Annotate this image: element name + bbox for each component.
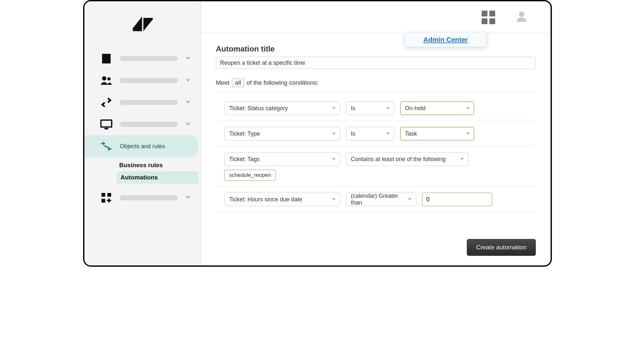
meet-pre: Meet — [216, 79, 229, 86]
condition-row: Ticket: Status category Is On-hold — [216, 96, 536, 121]
meet-all-box[interactable]: all — [232, 79, 244, 87]
section-title: Automation title — [216, 44, 536, 53]
chevron-down-icon — [332, 105, 336, 112]
svg-rect-8 — [101, 199, 105, 203]
condition-value-select[interactable]: On-hold — [400, 101, 474, 115]
sidebar-active-label: Objects and rules — [120, 143, 165, 150]
admin-center-tooltip: Admin Center — [404, 32, 487, 47]
content: Automation title Meet all of the followi… — [201, 34, 551, 232]
main: Admin Center Automation title Meet all o… — [201, 1, 551, 265]
apps-grid-icon[interactable] — [482, 11, 495, 24]
condition-value-input[interactable] — [422, 193, 492, 206]
svg-rect-7 — [107, 193, 111, 197]
chevron-down-icon — [460, 156, 464, 163]
user-avatar-icon[interactable] — [515, 10, 528, 24]
meet-post: of the following conditions: — [246, 79, 318, 86]
arrows-icon — [99, 96, 113, 109]
sidebar-item-transfer[interactable] — [84, 91, 201, 113]
chevron-down-icon — [408, 196, 412, 203]
chevron-down-icon — [185, 77, 191, 84]
sidebar-sub-business-rules[interactable]: Business rules — [84, 159, 201, 171]
svg-marker-1 — [143, 18, 153, 31]
condition-operator-select[interactable]: Is — [346, 101, 394, 115]
condition-field-select[interactable]: Ticket: Tags — [224, 152, 340, 166]
logo — [84, 1, 201, 46]
rules-icon — [99, 140, 113, 153]
automation-title-input[interactable] — [216, 57, 536, 69]
create-automation-button[interactable]: Create automation — [467, 239, 536, 256]
condition-row: Ticket: Type Is Task — [216, 121, 536, 147]
condition-operator-select[interactable]: Is — [346, 127, 394, 140]
chevron-down-icon — [185, 121, 191, 128]
condition-tag-pill[interactable]: schedule_reopen — [224, 170, 276, 181]
placeholder-bar — [120, 100, 178, 105]
zendesk-logo-icon — [132, 15, 153, 32]
sidebar-item-company[interactable] — [84, 48, 201, 70]
condition-operator-select[interactable]: (calendar) Greater than — [346, 193, 416, 206]
monitor-icon — [99, 118, 113, 131]
svg-rect-6 — [101, 193, 105, 197]
sidebar-item-objects-rules[interactable]: Objects and rules — [84, 135, 198, 157]
sidebar-item-people[interactable] — [84, 70, 201, 91]
condition-operator-select[interactable]: Contains at least one of the following — [346, 152, 468, 166]
sidebar-item-desktop[interactable] — [84, 113, 201, 135]
condition-row: Ticket: Hours since due date (calendar) … — [216, 187, 536, 212]
chevron-down-icon — [185, 99, 191, 106]
sidebar-sublist: Business rules Automations — [84, 157, 201, 187]
condition-field-select[interactable]: Ticket: Type — [224, 127, 340, 140]
svg-point-5 — [104, 128, 108, 129]
condition-tag-row: schedule_reopen — [216, 169, 536, 187]
svg-point-3 — [107, 77, 111, 81]
chevron-down-icon — [185, 194, 191, 202]
people-icon — [99, 74, 113, 87]
app-window: Objects and rules Business rules Automat… — [83, 0, 552, 267]
chevron-down-icon — [185, 55, 191, 62]
condition-field-select[interactable]: Ticket: Status category — [224, 101, 340, 115]
chevron-down-icon — [332, 130, 336, 137]
sidebar-sub-automations[interactable]: Automations — [117, 171, 198, 184]
sidebar-item-apps[interactable] — [84, 187, 201, 209]
svg-point-2 — [102, 76, 106, 81]
sidebar: Objects and rules Business rules Automat… — [84, 1, 201, 265]
svg-point-9 — [519, 12, 524, 17]
chevron-down-icon — [466, 130, 470, 137]
svg-rect-4 — [101, 120, 111, 127]
apps-plus-icon — [99, 191, 113, 204]
placeholder-bar — [120, 78, 178, 83]
condition-field-select[interactable]: Ticket: Hours since due date — [224, 193, 340, 206]
conditions-header: Meet all of the following conditions: — [216, 79, 536, 92]
topbar — [201, 1, 551, 34]
chevron-down-icon — [332, 196, 336, 203]
placeholder-bar — [120, 56, 178, 61]
condition-row: Ticket: Tags Contains at least one of th… — [216, 147, 536, 169]
admin-center-link[interactable]: Admin Center — [423, 36, 468, 43]
condition-value-select[interactable]: Task — [400, 127, 474, 140]
placeholder-bar — [120, 195, 178, 200]
chevron-down-icon — [332, 156, 336, 163]
chevron-down-icon — [386, 105, 390, 112]
chevron-down-icon — [466, 105, 470, 112]
sidebar-nav: Objects and rules Business rules Automat… — [84, 46, 201, 209]
chevron-down-icon — [386, 130, 390, 137]
building-icon — [99, 52, 113, 65]
placeholder-bar — [120, 122, 178, 127]
footer: Create automation — [201, 232, 551, 265]
